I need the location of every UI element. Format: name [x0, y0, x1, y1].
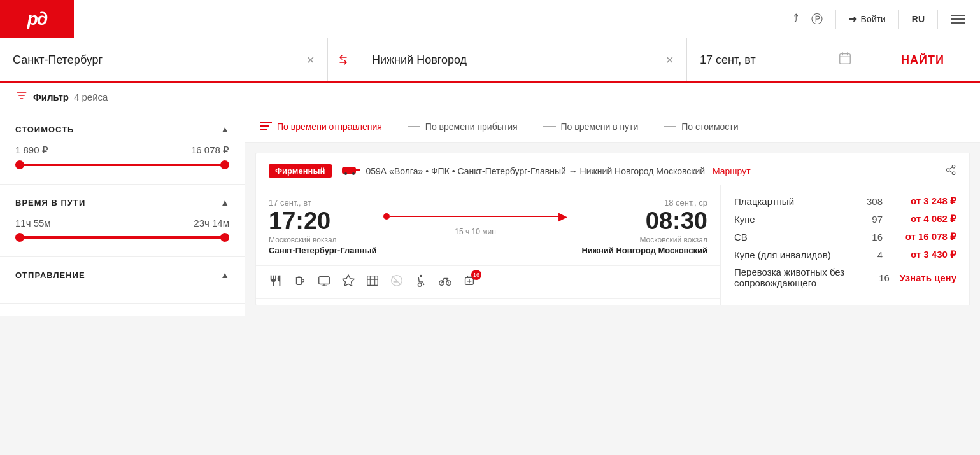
- card-share-icon[interactable]: [945, 164, 956, 178]
- from-clear-icon[interactable]: ✕: [306, 54, 315, 66]
- from-input[interactable]: [13, 53, 301, 67]
- train-bullet: •: [425, 166, 431, 176]
- train-route-link[interactable]: Маршрут: [713, 166, 751, 176]
- arr-date: 18 сент., ср: [567, 198, 707, 207]
- price-row-count: 16: [863, 232, 883, 242]
- sort-arrival-dash: [408, 126, 420, 127]
- sort-by-travel-time[interactable]: По времени в пути: [543, 122, 639, 132]
- language-selector[interactable]: RU: [912, 14, 925, 24]
- sidebar-time-section: ВРЕМЯ В ПУТИ ▲ 11ч 55м 23ч 14м: [0, 185, 245, 257]
- burger-line-1: [951, 15, 965, 16]
- svg-point-6: [344, 172, 347, 175]
- price-row-label: Плацкартный: [734, 196, 863, 207]
- search-button[interactable]: НАЙТИ: [865, 38, 980, 81]
- sort-arrival-label: По времени прибытия: [425, 122, 518, 132]
- luggage-icon: 16: [462, 274, 476, 291]
- from-field[interactable]: ✕: [0, 38, 328, 81]
- sidebar-time-title: ВРЕМЯ В ПУТИ: [15, 198, 85, 207]
- price-row[interactable]: СВ16от 16 078 ₽: [734, 231, 956, 242]
- journey-line: [390, 216, 558, 217]
- login-button[interactable]: ➔ Войти: [849, 13, 886, 25]
- to-input[interactable]: [372, 53, 660, 67]
- train-card-body: 17 сент., вт 17:20 Московский вокзал Сан…: [256, 185, 969, 305]
- dep-dot: [383, 213, 390, 220]
- price-row-count: 308: [863, 196, 883, 207]
- filter-label[interactable]: Фильтр: [33, 92, 69, 102]
- price-row[interactable]: Перевозка животных без сопровождающего16…: [734, 267, 956, 288]
- logo[interactable]: рд: [0, 0, 74, 38]
- arr-station-label: Московский вокзал: [567, 235, 707, 244]
- journey-arrow-line: ▶: [383, 209, 567, 223]
- train-number: 059А «Волга»: [366, 166, 423, 176]
- svg-rect-12: [319, 277, 330, 284]
- sort-cost-label: По стоимости: [681, 122, 738, 132]
- header: рд ⤴ Ⓟ ➔ Войти RU: [0, 0, 980, 38]
- dep-station-name: Санкт-Петербург-Главный: [269, 246, 383, 255]
- dep-station-label: Московский вокзал: [269, 235, 383, 244]
- wheelchair-icon: [414, 274, 428, 291]
- filter-row: Фильтр 4 рейса: [0, 83, 980, 111]
- glasses-icon[interactable]: Ⓟ: [811, 11, 823, 27]
- cost-range: 1 890 ₽ 16 078 ₽: [15, 144, 229, 156]
- train-bullet2: •: [452, 166, 458, 176]
- swap-button[interactable]: [328, 38, 359, 81]
- time-range: 11ч 55м 23ч 14м: [15, 218, 229, 228]
- price-row-count: 97: [863, 214, 883, 225]
- tv-icon: [317, 274, 331, 291]
- calendar-icon: [838, 52, 852, 69]
- train-route-to: Нижний Новгород Московский: [580, 166, 706, 176]
- time-slider-right[interactable]: [220, 233, 229, 242]
- date-value: 17 сент, вт: [700, 53, 756, 67]
- sidebar-cost-header[interactable]: СТОИМОСТЬ ▲: [15, 124, 229, 134]
- departure-chevron-icon: ▲: [220, 270, 229, 280]
- burger-line-2: [951, 18, 965, 20]
- svg-rect-2: [260, 125, 269, 127]
- svg-rect-5: [356, 169, 360, 171]
- arrival-info: 18 сент., ср 08:30 Московский вокзал Ниж…: [567, 198, 707, 255]
- cost-max: 16 078 ₽: [191, 144, 229, 156]
- sort-by-arrival[interactable]: По времени прибытия: [408, 122, 518, 132]
- time-slider-track: [15, 236, 229, 239]
- sort-departure-label: По времени отправления: [277, 122, 382, 132]
- price-row-value: от 3 430 ₽: [893, 249, 956, 260]
- train-icon: [342, 164, 360, 178]
- share-icon[interactable]: ⤴: [793, 12, 799, 25]
- price-row-value[interactable]: Узнать цену: [900, 272, 956, 283]
- svg-rect-0: [840, 53, 851, 64]
- svg-rect-11: [297, 277, 301, 278]
- sort-travel-label: По времени в пути: [561, 122, 639, 132]
- to-clear-icon[interactable]: ✕: [665, 54, 674, 66]
- sort-bar: По времени отправления По времени прибыт…: [245, 111, 980, 143]
- dep-time: 17:20: [269, 209, 383, 233]
- price-row[interactable]: Плацкартный308от 3 248 ₽: [734, 195, 956, 207]
- train-card-header: Фирменный 059А «Волга» • ФПК • Санкт-Пет…: [256, 153, 969, 185]
- train-journey: 17 сент., вт 17:20 Московский вокзал Сан…: [256, 185, 720, 266]
- search-bar: ✕ ✕ 17 сент, вт НАЙТИ: [0, 38, 980, 83]
- to-field[interactable]: ✕: [359, 38, 687, 81]
- login-icon: ➔: [849, 13, 857, 25]
- cost-slider-left[interactable]: [15, 160, 24, 169]
- cost-slider-right[interactable]: [220, 160, 229, 169]
- sort-travel-dash: [543, 126, 556, 127]
- price-row[interactable]: Купе (для инвалидов)4от 3 430 ₽: [734, 249, 956, 260]
- content-area: По времени отправления По времени прибыт…: [245, 111, 980, 316]
- svg-point-10: [952, 172, 955, 175]
- arr-time: 08:30: [567, 209, 707, 233]
- samovar-icon: [293, 274, 307, 291]
- burger-menu[interactable]: [951, 15, 965, 24]
- logo-text: рд: [27, 9, 46, 29]
- svg-point-16: [418, 283, 422, 287]
- sort-by-departure[interactable]: По времени отправления: [260, 122, 382, 132]
- star-icon: [341, 274, 355, 291]
- train-operator: ФПК: [431, 166, 450, 176]
- date-field[interactable]: 17 сент, вт: [687, 38, 865, 81]
- sort-cost-dash: [664, 126, 676, 127]
- sort-by-cost[interactable]: По стоимости: [664, 122, 738, 132]
- sidebar-time-header[interactable]: ВРЕМЯ В ПУТИ ▲: [15, 197, 229, 207]
- price-row[interactable]: Купе97от 4 062 ₽: [734, 213, 956, 225]
- filter-icon: [15, 89, 28, 104]
- time-slider-left[interactable]: [15, 233, 24, 242]
- price-row-value: от 3 248 ₽: [893, 195, 956, 207]
- sidebar-departure-header[interactable]: ОТПРАВЛЕНИЕ ▲: [15, 270, 229, 280]
- price-row-value: от 16 078 ₽: [893, 231, 956, 242]
